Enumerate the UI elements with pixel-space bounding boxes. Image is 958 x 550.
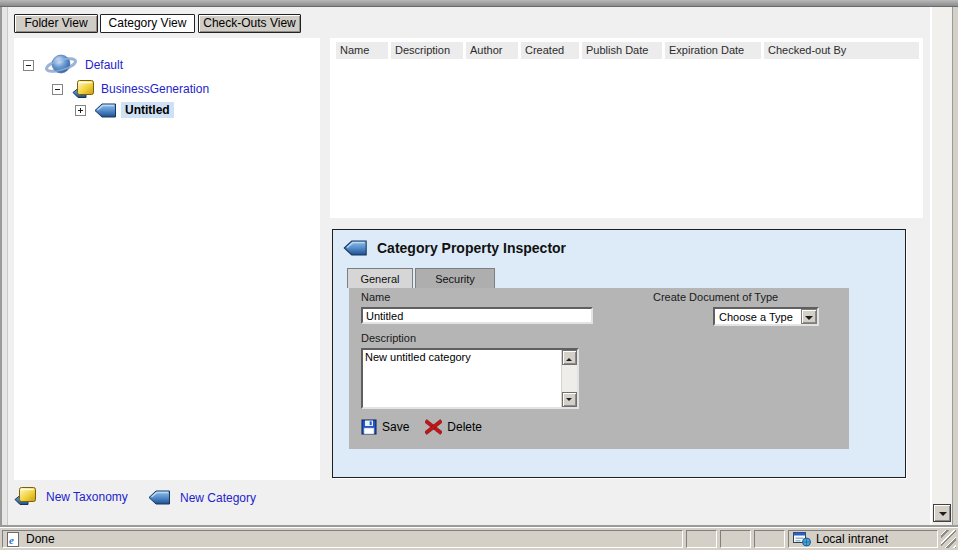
tab-checkouts-view-label: Check-Outs View — [203, 16, 295, 30]
tree-item-untitled[interactable]: Untitled — [75, 101, 174, 119]
status-spacer-panel — [754, 530, 785, 548]
status-spacer-panel — [686, 530, 717, 548]
taxonomy-icon — [14, 486, 37, 507]
form-actions: Save Delete — [361, 419, 482, 435]
category-icon — [94, 103, 117, 118]
ie-page-icon: e — [6, 532, 21, 547]
taxonomy-tree-panel: Default BusinessGeneration — [14, 38, 320, 480]
save-button-label: Save — [382, 420, 409, 434]
description-textarea-box: New untitled category — [361, 348, 579, 409]
collapse-icon[interactable] — [52, 84, 63, 95]
tab-security-label: Security — [435, 273, 475, 285]
column-header-description[interactable]: Description — [391, 42, 463, 59]
status-bar: e Done Local intranet — [0, 527, 958, 550]
collapse-icon[interactable] — [23, 60, 34, 71]
status-message-panel: e Done — [2, 530, 683, 548]
document-list-header: Name Description Author Created Publish … — [330, 38, 923, 59]
planet-icon — [44, 52, 78, 78]
column-header-name[interactable]: Name — [336, 42, 388, 59]
column-header-checked-out-by[interactable]: Checked-out By — [764, 42, 919, 59]
scroll-up-button[interactable] — [562, 350, 577, 365]
new-taxonomy-link-label: New Taxonomy — [46, 490, 128, 504]
zone-text: Local intranet — [816, 532, 888, 546]
category-icon — [148, 490, 171, 505]
chevron-down-icon — [805, 316, 813, 324]
arrow-down-icon — [566, 398, 572, 404]
red-x-icon — [425, 419, 442, 435]
page-scrollbar[interactable] — [930, 7, 952, 525]
column-header-created[interactable]: Created — [521, 42, 579, 59]
tab-general-label: General — [360, 273, 399, 285]
tab-security[interactable]: Security — [415, 268, 495, 288]
intranet-icon — [793, 532, 811, 547]
security-zone-panel: Local intranet — [788, 530, 938, 548]
document-list-panel: Name Description Author Created Publish … — [330, 38, 923, 218]
category-property-inspector: Category Property Inspector General Secu… — [332, 229, 906, 478]
expand-icon[interactable] — [75, 105, 86, 116]
tree-item-businessgeneration-label[interactable]: BusinessGeneration — [101, 82, 209, 96]
tab-checkouts-view[interactable]: Check-Outs View — [198, 14, 301, 33]
delete-button[interactable]: Delete — [425, 419, 482, 435]
inspector-title-label: Category Property Inspector — [377, 240, 566, 256]
name-field-label: Name — [361, 291, 390, 303]
delete-button-label: Delete — [447, 420, 482, 434]
tab-category-view[interactable]: Category View — [100, 14, 195, 33]
floppy-disk-icon — [361, 419, 377, 435]
new-category-link-label: New Category — [180, 491, 256, 505]
dropdown-arrow-button[interactable] — [801, 309, 817, 324]
new-category-link[interactable]: New Category — [148, 490, 256, 505]
textarea-scrollbar[interactable] — [561, 350, 577, 407]
category-icon — [343, 240, 368, 256]
general-tab-form: Name Create Document of Type Choose a Ty… — [349, 288, 849, 449]
window-left-edge — [0, 7, 8, 527]
tree-item-default[interactable]: Default — [23, 52, 123, 78]
document-type-dropdown-value: Choose a Type — [715, 311, 801, 323]
save-button[interactable]: Save — [361, 419, 409, 435]
column-header-publish-date[interactable]: Publish Date — [582, 42, 662, 59]
column-header-expiration-date[interactable]: Expiration Date — [665, 42, 761, 59]
tree-item-businessgeneration[interactable]: BusinessGeneration — [52, 78, 209, 100]
svg-text:e: e — [9, 533, 14, 545]
arrow-up-icon — [566, 355, 572, 361]
status-text: Done — [26, 532, 55, 546]
tab-folder-view[interactable]: Folder View — [14, 14, 98, 33]
arrow-down-icon — [939, 512, 947, 520]
resize-grip[interactable] — [941, 530, 956, 548]
description-field-label: Description — [361, 332, 416, 344]
column-header-author[interactable]: Author — [466, 42, 518, 59]
tab-general[interactable]: General — [347, 268, 413, 288]
new-taxonomy-link[interactable]: New Taxonomy — [14, 486, 128, 507]
tree-item-untitled-label[interactable]: Untitled — [121, 102, 174, 118]
window-right-edge — [952, 7, 958, 527]
scroll-down-button[interactable] — [562, 392, 577, 407]
inspector-title: Category Property Inspector — [343, 240, 566, 256]
tab-category-view-label: Category View — [109, 16, 187, 30]
description-textarea[interactable]: New untitled category — [363, 350, 561, 407]
window-top-edge — [0, 0, 958, 7]
create-document-type-label: Create Document of Type — [653, 291, 778, 303]
document-type-dropdown[interactable]: Choose a Type — [713, 307, 819, 326]
name-input[interactable] — [361, 307, 593, 324]
tab-folder-view-label: Folder View — [24, 16, 87, 30]
taxonomy-icon — [72, 79, 95, 100]
scroll-down-button[interactable] — [933, 504, 951, 522]
status-spacer-panel — [720, 530, 751, 548]
tree-item-default-label[interactable]: Default — [85, 58, 123, 72]
